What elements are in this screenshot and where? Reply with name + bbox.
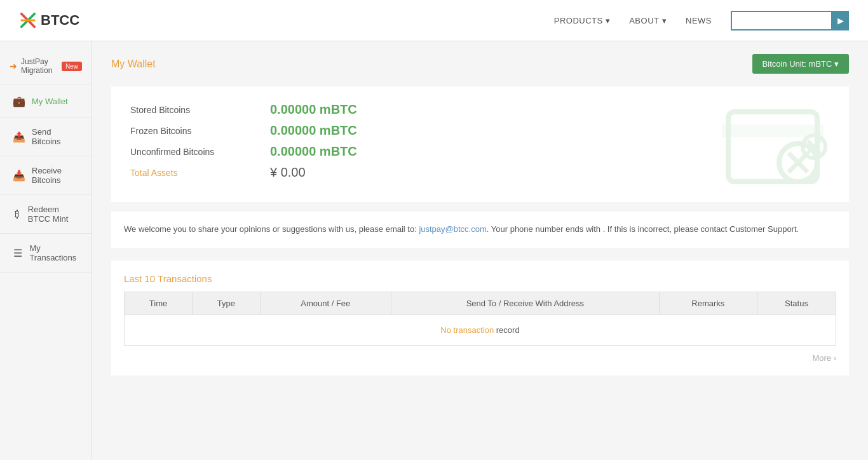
table-body: No transaction record	[125, 315, 836, 345]
sidebar-label-send-bitcoins: Send Bitcoins	[32, 127, 79, 146]
sidebar-item-receive-bitcoins[interactable]: 📥 Receive Bitcoins	[0, 156, 92, 195]
send-icon: 📤	[13, 130, 25, 143]
unconfirmed-value: 0.00000 mBTC	[270, 144, 357, 159]
nav-about[interactable]: ABOUT ▾	[629, 16, 667, 25]
col-address: Send To / Receive With Address	[391, 292, 660, 315]
transactions-title: Last 10 Transactions	[124, 273, 836, 284]
stored-label: Stored Bitcoins	[130, 105, 270, 115]
notice-box: We welcome you to share your opinions or…	[111, 212, 849, 248]
page-header: My Wallet Bitcoin Unit: mBTC ▾	[111, 54, 849, 74]
unconfirmed-label: Unconfirmed Bitcoins	[130, 147, 270, 157]
bitcoin-unit-button[interactable]: Bitcoin Unit: mBTC ▾	[752, 54, 849, 74]
chevron-down-icon: ▾	[606, 16, 611, 25]
total-value: ¥ 0.00	[270, 165, 306, 180]
header: BTCC PRODUCTS ▾ ABOUT ▾ NEWS ▶	[0, 0, 868, 41]
search-container: ▶	[731, 11, 849, 30]
sidebar-item-send-bitcoins[interactable]: 📤 Send Bitcoins	[0, 118, 92, 156]
transactions-section: Last 10 Transactions Time Type Amount / …	[111, 260, 849, 375]
search-input[interactable]	[731, 11, 832, 30]
search-button[interactable]: ▶	[832, 11, 849, 30]
col-remarks: Remarks	[659, 292, 757, 315]
sidebar-item-my-transactions[interactable]: ☰ My Transactions	[0, 234, 92, 273]
table-header: Time Type Amount / Fee Send To / Receive…	[125, 292, 836, 315]
sidebar-label-receive-bitcoins: Receive Bitcoins	[32, 166, 79, 185]
sidebar-label-my-transactions: My Transactions	[29, 243, 79, 262]
main-nav: PRODUCTS ▾ ABOUT ▾ NEWS ▶	[554, 11, 849, 30]
new-badge: New	[62, 62, 82, 71]
page-title: My Wallet	[111, 58, 156, 70]
btcc-logo-icon	[19, 11, 37, 29]
table-header-row: Time Type Amount / Fee Send To / Receive…	[125, 292, 836, 315]
stored-value: 0.00000 mBTC	[270, 102, 357, 117]
total-label: Total Assets	[130, 168, 270, 178]
transactions-table: Time Type Amount / Fee Send To / Receive…	[124, 292, 836, 346]
notice-email-link[interactable]: justpay@btcc.com	[419, 224, 486, 234]
notice-text-after: . Your phone number ends with . If this …	[487, 224, 799, 234]
sidebar-label-my-wallet: My Wallet	[32, 97, 68, 106]
sidebar-item-my-wallet[interactable]: 💼 My Wallet	[0, 85, 92, 118]
wallet-bg-decoration	[715, 93, 830, 202]
frozen-label: Frozen Bitcoins	[130, 126, 270, 136]
bitcoin-icon: ₿	[13, 208, 22, 220]
wallet-card: Stored Bitcoins 0.00000 mBTC Frozen Bitc…	[111, 86, 849, 202]
col-status: Status	[757, 292, 836, 315]
nav-products[interactable]: PRODUCTS ▾	[554, 16, 610, 25]
table-row: No transaction record	[125, 315, 836, 345]
logo-text: BTCC	[41, 12, 79, 29]
col-amount-fee: Amount / Fee	[260, 292, 391, 315]
justpay-label: JustPay Migration	[21, 57, 55, 75]
no-record-text-plain: record	[494, 325, 519, 335]
main-layout: ➜ JustPay Migration New 💼 My Wallet 📤 Se…	[0, 41, 868, 460]
sidebar-item-justpay[interactable]: ➜ JustPay Migration New	[0, 48, 92, 85]
more-link[interactable]: More ›	[124, 346, 836, 363]
receive-icon: 📥	[13, 169, 25, 182]
col-type: Type	[193, 292, 261, 315]
arrow-right-icon: ➜	[10, 61, 17, 71]
wallet-icon: 💼	[13, 95, 25, 107]
no-record-text-colored: No transaction	[440, 325, 494, 335]
notice-text-before: We welcome you to share your opinions or…	[124, 224, 419, 234]
frozen-value: 0.00000 mBTC	[270, 123, 357, 138]
logo[interactable]: BTCC	[19, 11, 79, 29]
col-time: Time	[125, 292, 193, 315]
main-content: My Wallet Bitcoin Unit: mBTC ▾ Stored Bi…	[92, 41, 868, 460]
sidebar-label-redeem: Redeem BTCC Mint	[28, 205, 79, 224]
chevron-down-icon: ▾	[662, 16, 667, 25]
sidebar: ➜ JustPay Migration New 💼 My Wallet 📤 Se…	[0, 41, 92, 460]
nav-news[interactable]: NEWS	[686, 16, 712, 25]
sidebar-item-redeem-btcc-mint[interactable]: ₿ Redeem BTCC Mint	[0, 195, 92, 234]
no-record-cell: No transaction record	[125, 315, 836, 345]
transactions-icon: ☰	[13, 247, 23, 259]
